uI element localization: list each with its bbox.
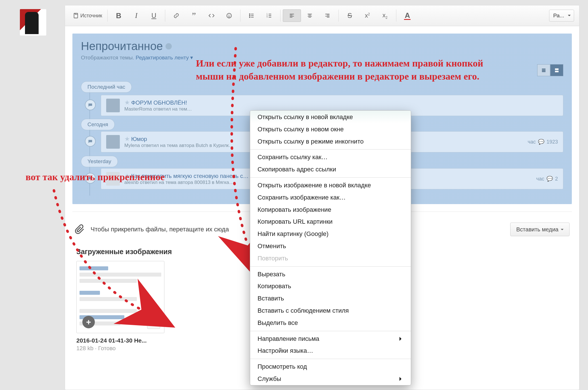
numbered-list-button[interactable]: 123	[260, 10, 278, 22]
timeline-node-icon	[85, 99, 96, 110]
bullet-list-button[interactable]	[243, 10, 260, 22]
editor-toolbar: Источник B I U ” 123 S x2 x2 A Ра...	[65, 5, 579, 26]
quote-button[interactable]: ”	[185, 10, 203, 22]
svg-rect-13	[555, 69, 559, 70]
context-menu-item[interactable]: Скопировать адрес ссылки	[250, 163, 411, 176]
align-right-button[interactable]	[319, 10, 336, 22]
context-menu-item: Повторить	[250, 252, 411, 265]
svg-point-5	[249, 15, 250, 16]
edit-feed-link[interactable]: Редактировать ленту ▾	[136, 55, 193, 61]
svg-point-2	[228, 15, 229, 15]
avatar[interactable]	[20, 9, 46, 36]
context-menu-item[interactable]: Открыть ссылку в режиме инкогнито	[250, 136, 411, 148]
view-condensed-button[interactable]	[537, 64, 550, 76]
svg-point-3	[230, 15, 230, 15]
svg-rect-10	[542, 69, 546, 70]
svg-point-1	[227, 13, 232, 18]
context-menu-item[interactable]: Сохранить изображение как…	[250, 192, 411, 204]
svg-point-6	[249, 17, 250, 18]
context-menu-item[interactable]: Копировать URL картинки	[250, 216, 411, 228]
delete-attachment-button[interactable]	[147, 316, 160, 329]
context-menu-item[interactable]: Вырезать	[250, 268, 411, 281]
context-menu-item[interactable]: Открыть изображение в новой вкладке	[250, 179, 411, 192]
italic-button[interactable]: I	[127, 10, 145, 22]
context-menu-item[interactable]: Просмотреть код	[250, 361, 411, 373]
svg-point-4	[249, 14, 250, 14]
avatar	[106, 99, 120, 112]
align-center-button[interactable]	[301, 10, 319, 22]
context-menu-item[interactable]: Отменить	[250, 240, 411, 252]
font-selector[interactable]: Ра...	[549, 10, 574, 22]
comments-icon: 💬	[538, 139, 544, 145]
context-menu-item[interactable]: Сохранить ссылку как…	[250, 151, 411, 163]
insert-media-button[interactable]: Вставить медиа	[510, 223, 570, 236]
context-menu-item[interactable]: Вставить	[250, 292, 411, 305]
attach-hint: Чтобы прикрепить файлы, перетащите их сю…	[91, 226, 229, 233]
timeline-node-icon	[85, 136, 96, 147]
context-menu-item[interactable]: Выделить все	[250, 317, 411, 329]
pill-last-hour: Последний час	[81, 81, 132, 93]
code-button[interactable]	[203, 10, 220, 22]
timeline-node-icon	[85, 173, 96, 184]
align-left-button[interactable]	[283, 9, 301, 22]
context-menu-item[interactable]: Копировать изображение	[250, 204, 411, 216]
pill-yesterday: Yesterday	[81, 156, 118, 167]
check-icon	[166, 43, 172, 49]
context-menu: Открыть ссылку в новой вкладкеОткрыть сс…	[250, 110, 411, 385]
strike-button[interactable]: S	[341, 10, 359, 22]
paperclip-icon	[75, 224, 85, 235]
text-color-button[interactable]: A	[399, 10, 416, 22]
context-menu-item[interactable]: Направление письма	[250, 333, 411, 345]
svg-rect-14	[555, 71, 559, 72]
context-menu-item[interactable]: Открыть ссылку в новой вкладке	[250, 111, 411, 123]
context-menu-item[interactable]: Службы	[250, 373, 411, 385]
context-menu-item[interactable]: Найти картинку (Google)	[250, 228, 411, 240]
underline-button[interactable]: U	[145, 10, 163, 22]
context-menu-item[interactable]: Вставить с соблюдением стиля	[250, 305, 411, 317]
superscript-button[interactable]: x2	[359, 10, 376, 22]
svg-text:3: 3	[267, 16, 268, 18]
insert-attachment-button[interactable]: +	[82, 316, 95, 328]
avatar	[106, 172, 120, 186]
svg-rect-12	[542, 71, 546, 72]
forum-title: Непрочитанное	[81, 40, 563, 53]
view-expanded-button[interactable]	[550, 64, 563, 76]
context-menu-item[interactable]: Настройки языка…	[250, 345, 411, 357]
link-button[interactable]	[168, 10, 185, 22]
view-toggle	[537, 64, 563, 76]
context-menu-item[interactable]: Открыть ссылку в новом окне	[250, 123, 411, 136]
pill-today: Сегодня	[81, 119, 115, 130]
forum-subtitle: Отображаются темы. Редактировать ленту ▾	[81, 54, 563, 61]
bold-button[interactable]: B	[110, 10, 127, 22]
attachment-thumbnail[interactable]: + 2016-01-24 01-41-30 Не... 128 kb · Гот…	[76, 261, 164, 352]
source-button[interactable]: Источник	[70, 10, 105, 22]
svg-rect-0	[74, 13, 78, 18]
emoji-button[interactable]	[220, 10, 238, 22]
subscript-button[interactable]: x2	[376, 10, 394, 22]
source-label: Источник	[80, 13, 102, 19]
svg-rect-11	[542, 70, 546, 71]
context-menu-item[interactable]: Копировать	[250, 280, 411, 292]
avatar	[106, 135, 120, 149]
comments-icon: 💬	[547, 176, 553, 182]
attachment-filename: 2016-01-24 01-41-30 Не...	[76, 337, 164, 344]
attachment-meta: 128 kb · Готово	[76, 345, 164, 352]
